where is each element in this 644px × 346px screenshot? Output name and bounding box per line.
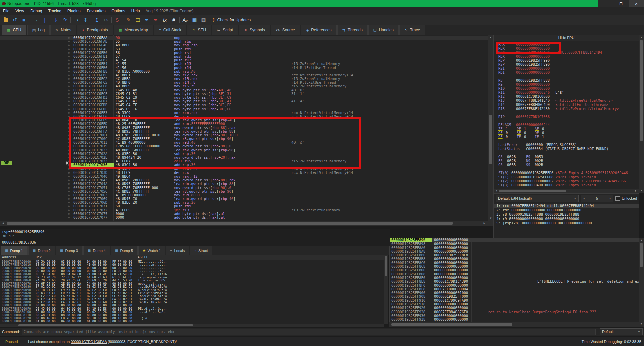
disasm-row[interactable]: ●000001C7DD1C6FB056push rsi [0, 51, 488, 55]
exception-address-link[interactable]: 000001C7DD1C6FAA [71, 340, 107, 344]
hex-dump-row[interactable]: 00007FFB8BA6012000 00 A6 8BFB 7F 00 0000… [0, 317, 384, 320]
breakpoint-dot-icon[interactable]: ● [0, 103, 71, 107]
hex-dump-view[interactable]: 00007FFB8BA600004D 5A 90 0003 00 00 0004… [0, 260, 384, 324]
regs-vscrollbar[interactable]: ▲ ▼ [639, 35, 644, 193]
stack-row[interactable]: 00000019B25FF9000000000000001000 [390, 291, 639, 295]
disasm-row[interactable]: ●000001C7DD1C703A48:33C9xor rcx,rcxrcx:N… [0, 167, 488, 171]
stack-row[interactable]: 00000019B25FF8C00000000000000000 [390, 261, 639, 265]
disasm-row[interactable]: ●000001C7DD1C6FB241:54push r12 [0, 58, 488, 62]
disasm-row[interactable]: ●000001C7DD1C706D48:83EC 20sub rsp,20 [0, 201, 488, 204]
register-value[interactable]: 0000000000000000 [516, 66, 555, 70]
breakpoint-dot-icon[interactable]: ● [0, 130, 71, 133]
hex-dump-row[interactable]: 00007FFB8BA6010000 00 00 00F0 00 22 200B… [0, 310, 384, 314]
tab-watch-1[interactable]: ◉Watch 1 [138, 246, 165, 255]
stack-row[interactable]: 00000019B25FF9180000000000000000 [390, 302, 639, 306]
register-name[interactable]: R9 [498, 82, 516, 86]
breakpoint-dot-icon[interactable]: ● [0, 107, 71, 111]
tab-dump-2[interactable]: ▦Dump 2 [28, 246, 55, 255]
hex-dump-row[interactable]: 00007FFB8BA600E000 00 00 0000 00 00 0000… [0, 304, 384, 307]
menu-options[interactable]: Options [108, 7, 128, 15]
breakpoint-dot-icon[interactable]: ● [0, 77, 71, 81]
argument-row[interactable]: 3: r8 00000019B25FF888 00000019B25FF888 [494, 212, 639, 217]
disasm-row[interactable]: ●000001C7DD1C705148:C785 70FFFFFF 000mov… [0, 186, 488, 190]
disasm-row[interactable]: ●000001C7DD1C6FE948:8D45 C0lea rax,qword… [0, 118, 488, 122]
breakpoint-dot-icon[interactable]: ● [0, 88, 71, 92]
breakpoint-dot-icon[interactable]: ● [0, 81, 71, 84]
maximize-button[interactable]: ❐ [613, 0, 629, 7]
breakpoint-dot-icon[interactable]: ● [0, 84, 71, 88]
flag-name[interactable]: DF [535, 131, 542, 135]
highlighting-mode-icon[interactable]: ✒ [142, 16, 151, 24]
disasm-row[interactable]: ●000001C7DD1C702348:8D85 68FFFFFFlea rax… [0, 148, 488, 152]
hex-dump-row[interactable]: 00007FFB8BA600808F 02 DC 92CB 63 B2 C1CB… [0, 285, 384, 288]
disasm-row[interactable]: ●000001C7DD1C700148:C785 70FFFFFF 0010mo… [0, 133, 488, 137]
calculator-icon[interactable]: ▦ [199, 16, 208, 24]
hex-dump-row[interactable]: 00007FFB8BA600D0B2 E2 B0 C0CA 63 B2 C152… [0, 301, 384, 304]
disasm-row[interactable]: ●000001C7DD1C6FAF53push rbx [0, 47, 488, 51]
step-over-icon[interactable]: ↷ [60, 16, 69, 24]
tab-memory-map[interactable]: ▦Memory Map [114, 25, 153, 35]
hex-dump-row[interactable]: 00007FFB8BA600706D 6F 64 652E 0D 0D 0A24… [0, 282, 384, 285]
stack-row[interactable]: 00000019B25FF90800000019B25FF000 [390, 295, 639, 298]
disasm-row[interactable]: ●000001C7DD1C6FF348:8985 78FFFFFFmov qwo… [0, 126, 488, 130]
dump-hscrollbar[interactable] [0, 324, 384, 327]
breakpoint-dot-icon[interactable]: ● [0, 43, 71, 47]
register-value[interactable]: 00007FFB8E142494 [516, 50, 555, 54]
register-name[interactable]: R12 [498, 94, 516, 98]
register-name[interactable]: RAX [498, 42, 516, 46]
stack-vscrollbar[interactable]: ▲ ▼ [639, 238, 644, 327]
hex-dump-row[interactable]: 00007FFB8BA601300A 00 00 000A 00 00 000A… [0, 320, 384, 323]
scroll-up-icon[interactable]: ▲ [639, 36, 644, 40]
tab-handles[interactable]: ❏Handles [368, 25, 399, 35]
scroll-right-icon[interactable]: ► [634, 189, 638, 193]
register-value[interactable]: 00000019B25FF890 [516, 62, 555, 66]
labels-icon[interactable]: # [169, 16, 178, 24]
disassembly-view[interactable]: ●000001C7DD1C6FAA90nop●000001C7DD1C6FAB5… [0, 35, 488, 221]
stop-icon[interactable]: ■ [19, 16, 29, 24]
scroll-right-icon[interactable]: ► [482, 221, 487, 225]
argument-count-spinner[interactable]: ▼ 5 ▲ [581, 195, 613, 202]
disasm-row[interactable]: ●000001C7DD1C6FB441:55push r13r13:ZwFree… [0, 62, 488, 66]
breakpoint-dot-icon[interactable]: ● [0, 175, 71, 178]
breakpoint-dot-icon[interactable]: ● [0, 55, 71, 58]
stack-row[interactable]: 00000019B25FF9380000000000000000 [390, 318, 639, 321]
flag-value[interactable]: 0 [542, 127, 553, 131]
disasm-row[interactable]: ●000001C7DD1C6FCFC645 C1 31mov byte ptr … [0, 92, 488, 96]
register-value[interactable]: 000001C7DD1C0000 [516, 94, 555, 98]
breakpoint-dot-icon[interactable]: ● [0, 141, 71, 144]
disasm-row[interactable]: ●000001C7DD1C707241:FFE5jmp r13r13:ZwFre… [0, 208, 488, 212]
disasm-row[interactable]: ●000001C7DD1C6FD3C645 C2 C9mov byte ptr … [0, 96, 488, 99]
tab-threads[interactable]: ⇉Threads [337, 25, 368, 35]
menu-tracing[interactable]: Tracing [45, 7, 65, 15]
tab-references[interactable]: ◈References [301, 25, 337, 35]
argument-row[interactable]: 1: rcx 00007FFB8E142494 ntdll.00007FFB8E… [494, 204, 639, 208]
stack-row[interactable]: 00000019B25FF8C80000000000000000 [390, 265, 639, 268]
disasm-row[interactable]: ●000001C7DD1C6FC24C:8BEAmov r13,rdxr13:Z… [0, 77, 488, 81]
hex-dump-row[interactable]: 00007FFB8BA600B0B2 E2 B2 C0CA 63 B2 C1B2… [0, 295, 384, 298]
stack-row[interactable]: 00000019B25FF8B80000000000000000 [390, 257, 639, 261]
stack-row[interactable]: 00000019B25FF8F00000000000000000 [390, 284, 639, 287]
breakpoint-dot-icon[interactable]: ● [0, 190, 71, 193]
register-name[interactable]: R13 [498, 98, 516, 102]
stack-row[interactable]: 00000019B25FF9300000000000000000 [390, 314, 639, 318]
scroll-down-icon[interactable]: ▼ [488, 216, 493, 220]
disasm-row[interactable]: ●000001C7DD1C70770000add byte ptr ds:[ra… [0, 216, 488, 219]
register-name[interactable]: RCX [498, 50, 516, 54]
disasm-row[interactable]: ●000001C7DD1C704348:8985 78FFFFFFmov qwo… [0, 178, 488, 182]
breakpoint-dot-icon[interactable]: ● [0, 36, 71, 40]
tab-log[interactable]: ▤Log [27, 25, 50, 35]
register-name[interactable]: RFLAGS [498, 123, 516, 127]
breakpoint-dot-icon[interactable]: ● [0, 137, 71, 141]
register-value[interactable]: 0000000000000000 [516, 42, 555, 46]
breakpoint-dot-icon[interactable]: ● [0, 58, 71, 62]
register-name[interactable]: R8 [498, 78, 516, 82]
stack-row[interactable]: 00000019B25FF910000001C7D9C9FA90 [390, 299, 639, 302]
register-value[interactable]: 0000000000000244 [516, 123, 555, 127]
registers-panel[interactable]: Hide FPU RAX0000000000000000RBX000000000… [493, 35, 639, 193]
register-value[interactable]: 00007FFB8E142480 [516, 107, 555, 111]
flag-name[interactable]: AF [535, 127, 542, 131]
breakpoint-dot-icon[interactable]: ● [0, 70, 71, 73]
flag-name[interactable]: PF [517, 127, 524, 131]
tab-dump-3[interactable]: ▦Dump 3 [56, 246, 83, 255]
tab-script[interactable]: ≔Script [212, 25, 238, 35]
